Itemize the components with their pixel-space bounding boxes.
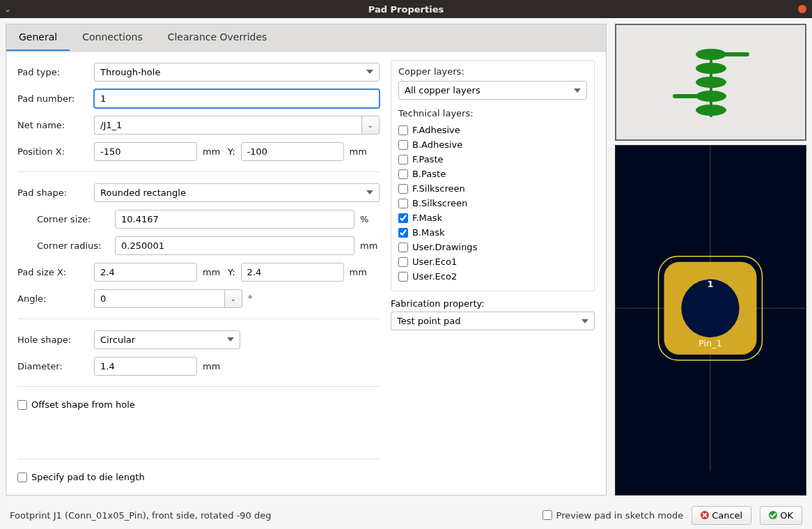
preview-sketch-wrap[interactable]: Preview pad in sketch mode [542,508,684,523]
position-x-label: Position X: [17,146,88,157]
pad-size-y-label: Y: [228,267,235,277]
tech-layer-checkbox[interactable] [398,257,408,267]
pad-number-preview: 1 [708,279,714,290]
copper-layers-label: Copper layers: [398,66,587,77]
corner-size-label: Corner size: [27,214,109,224]
pad-number-input[interactable] [94,89,380,108]
diameter-input[interactable] [94,357,197,376]
preview-sketch-checkbox[interactable] [542,510,552,520]
pad-shape-select[interactable]: Rounded rectangle [94,183,380,202]
tech-layer-label: User.Drawings [412,242,477,252]
tech-layer-row: B.Paste [398,167,587,181]
copper-layers-select[interactable]: All copper layers [398,81,587,100]
tech-layer-checkbox[interactable] [398,272,408,282]
tech-layer-checkbox[interactable] [398,140,408,150]
tech-layers-label: Technical layers: [398,108,587,118]
fab-property-select[interactable]: Test point pad [391,312,595,330]
tech-layer-row: User.Drawings [398,240,587,254]
angle-input[interactable] [94,289,224,308]
tech-layer-checkbox[interactable] [398,155,408,164]
cancel-button[interactable]: Cancel [692,506,751,525]
close-icon[interactable] [798,5,806,13]
tech-layer-label: B.Paste [412,169,446,179]
hole-shape-select[interactable]: Circular [94,330,240,349]
tech-layer-label: F.Adhesive [412,125,460,135]
tech-layer-label: B.Adhesive [412,139,462,150]
pad-type-select[interactable]: Through-hole [94,63,380,82]
svg-point-5 [696,105,726,116]
corner-size-unit: % [360,214,380,224]
titlebar: ⌄ Pad Properties [0,0,812,18]
ok-icon [769,511,777,519]
footer-info: Footprint J1 (Conn_01x05_Pin), front sid… [10,510,271,521]
tab-connections[interactable]: Connections [70,24,155,51]
tech-layer-row: User.Eco1 [398,254,587,269]
corner-size-input[interactable] [115,210,354,229]
svg-point-2 [696,63,726,74]
net-name-input[interactable] [94,116,361,135]
pad-preview: 1 Pin_1 [615,145,806,496]
angle-label: Angle: [17,293,88,304]
tech-layer-checkbox[interactable] [398,184,408,194]
tech-layers-list: F.AdhesiveB.AdhesiveF.PasteB.PasteF.Silk… [398,123,587,284]
tech-layer-row: B.Silkscreen [398,196,587,210]
position-y-unit: mm [350,146,369,157]
position-x-unit: mm [203,146,222,157]
layers-box: Copper layers: All copper layers Technic… [391,60,595,291]
corner-radius-input[interactable] [115,236,354,255]
tech-layer-checkbox[interactable] [398,228,408,238]
cancel-icon [701,511,709,519]
tech-layer-checkbox[interactable] [398,199,408,208]
tech-layer-label: User.Eco2 [412,271,457,282]
tech-layer-checkbox[interactable] [398,243,408,252]
tech-layer-checkbox[interactable] [398,213,408,223]
corner-radius-unit: mm [360,240,380,251]
net-name-dropdown-button[interactable]: ⌄ [361,116,380,135]
tech-layer-row: B.Mask [398,225,587,240]
svg-rect-6 [711,52,749,56]
position-x-input[interactable] [94,142,197,161]
corner-radius-label: Corner radius: [27,240,109,251]
ok-button[interactable]: OK [760,506,802,525]
tech-layer-row: F.Paste [398,152,587,167]
tab-clearance[interactable]: Clearance Overrides [155,24,280,51]
diameter-label: Diameter: [17,361,88,371]
offset-shape-label: Offset shape from hole [31,399,135,410]
left-pane: General Connections Clearance Overrides … [6,24,607,496]
angle-dropdown-button[interactable]: ⌄ [224,289,242,308]
net-name-label: Net name: [17,120,88,130]
pin-label-preview: Pin_1 [698,338,722,348]
offset-shape-checkbox[interactable] [17,400,27,410]
pad-size-x-input[interactable] [94,263,197,282]
pad-size-x-unit: mm [203,267,222,277]
tech-layer-label: B.Silkscreen [412,198,467,208]
tech-layer-label: B.Mask [412,227,445,238]
fab-property-label: Fabrication property: [391,298,595,309]
pad-size-y-unit: mm [350,267,369,277]
tech-layer-row: F.Adhesive [398,123,587,137]
pad-shape-label: Pad shape: [17,187,88,198]
angle-unit: ° [248,293,267,304]
diameter-unit: mm [203,361,222,371]
hole-shape-label: Hole shape: [17,335,88,345]
schematic-preview [615,24,806,141]
window-menu-icon[interactable]: ⌄ [4,4,11,14]
svg-point-3 [696,77,726,88]
specify-die-label: Specify pad to die length [31,472,145,482]
position-y-label: Y: [228,146,235,157]
tech-layer-row: F.Mask [398,210,587,225]
tech-layer-checkbox[interactable] [398,125,408,135]
tech-layer-label: F.Silkscreen [412,183,465,194]
tech-layer-checkbox[interactable] [398,169,408,179]
tab-general[interactable]: General [6,24,70,51]
tech-layer-row: F.Silkscreen [398,181,587,196]
window-title: Pad Properties [368,4,444,15]
tech-layer-label: User.Eco1 [412,256,457,267]
tabs: General Connections Clearance Overrides [6,24,606,52]
position-y-input[interactable] [241,142,344,161]
svg-rect-7 [673,94,711,98]
preview-sketch-label: Preview pad in sketch mode [556,510,684,521]
pad-size-x-label: Pad size X: [17,267,88,277]
specify-die-checkbox[interactable] [17,473,27,482]
pad-size-y-input[interactable] [241,263,344,282]
